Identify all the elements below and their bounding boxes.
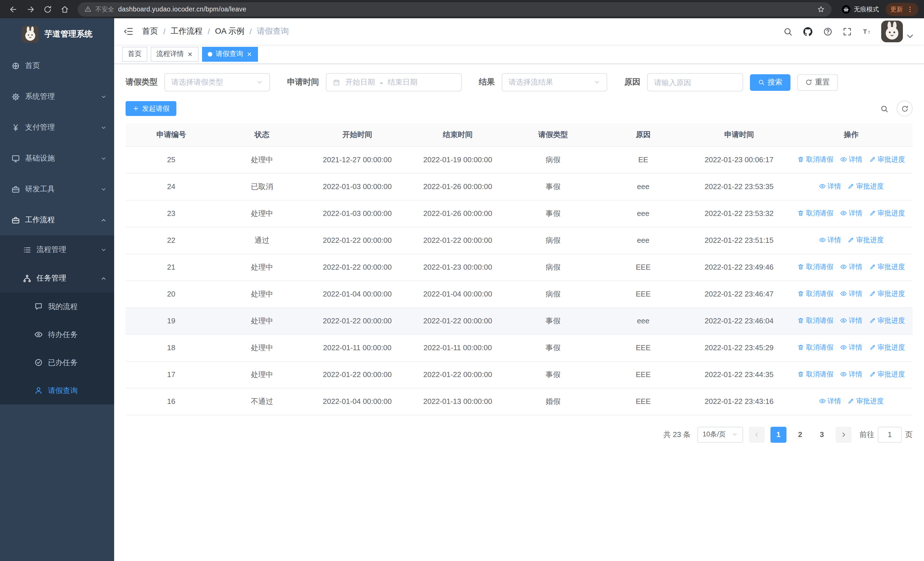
page-button-1[interactable]: 1 xyxy=(771,426,786,442)
apply-time-range-picker[interactable]: 开始日期 - 结束日期 xyxy=(326,73,462,92)
reset-button[interactable]: 重置 xyxy=(797,74,838,90)
browser-home-button[interactable] xyxy=(57,2,72,17)
detail-link[interactable]: 详情 xyxy=(840,316,862,326)
end-date-placeholder: 结束日期 xyxy=(388,77,417,87)
reason-input[interactable] xyxy=(648,74,742,91)
table-row[interactable]: 25 处理中 2021-12-27 00:00:00 2022-01-19 00… xyxy=(126,146,913,173)
browser-reload-button[interactable] xyxy=(40,2,55,17)
browser-back-button[interactable] xyxy=(6,2,21,17)
avatar[interactable] xyxy=(881,21,903,42)
cell-reason: EEE xyxy=(598,388,688,415)
sidebar-item-task-management[interactable]: 任务管理 xyxy=(0,264,114,292)
approval-progress-link[interactable]: 审批进度 xyxy=(869,343,905,352)
search-toggle-button[interactable] xyxy=(880,104,889,113)
detail-link[interactable]: 详情 xyxy=(819,182,841,191)
create-leave-button[interactable]: 发起请假 xyxy=(126,101,176,116)
page-size-select[interactable]: 10条/页 xyxy=(698,426,743,442)
detail-link[interactable]: 详情 xyxy=(840,262,862,272)
cell-actions: 取消请假 详情 审批进度 xyxy=(790,307,913,334)
sidebar-item-home[interactable]: 首页 xyxy=(0,50,114,81)
approval-progress-link[interactable]: 审批进度 xyxy=(848,397,884,406)
page-button-2[interactable]: 2 xyxy=(792,426,808,442)
approval-progress-link[interactable]: 审批进度 xyxy=(869,209,905,218)
sidebar-item-dev-tools[interactable]: 研发工具 xyxy=(0,174,114,205)
detail-link[interactable]: 详情 xyxy=(840,343,862,352)
cancel-leave-link[interactable]: 取消请假 xyxy=(798,289,834,299)
approval-progress-link[interactable]: 审批进度 xyxy=(869,262,905,272)
table-row[interactable]: 19 处理中 2022-01-22 00:00:00 2022-01-22 00… xyxy=(126,307,913,334)
table-row[interactable]: 16 不通过 2022-01-04 00:00:00 2022-01-13 00… xyxy=(126,388,913,415)
approval-progress-link[interactable]: 审批进度 xyxy=(869,289,905,299)
search-button[interactable]: 搜索 xyxy=(750,74,790,90)
table-row[interactable]: 20 处理中 2022-01-04 00:00:00 2022-01-04 00… xyxy=(126,281,913,307)
table-row[interactable]: 23 处理中 2022-01-03 00:00:00 2022-01-26 00… xyxy=(126,200,913,227)
sidebar-item-my-processes[interactable]: 我的流程 xyxy=(0,292,114,320)
cell-apply-id: 25 xyxy=(126,146,217,173)
page-button-3[interactable]: 3 xyxy=(814,426,830,442)
font-size-icon[interactable] xyxy=(862,27,872,36)
sidebar-toggle[interactable] xyxy=(123,26,134,36)
sidebar-item-label: 基础设施 xyxy=(25,153,55,163)
help-icon[interactable] xyxy=(823,27,832,36)
leave-type-select[interactable]: 请选择请假类型 xyxy=(164,73,270,92)
detail-link[interactable]: 详情 xyxy=(840,209,862,218)
tag-home[interactable]: 首页 xyxy=(122,47,147,62)
cancel-leave-link[interactable]: 取消请假 xyxy=(798,262,834,272)
github-icon[interactable] xyxy=(802,26,813,37)
eye-icon xyxy=(840,156,847,163)
table-row[interactable]: 21 处理中 2022-01-22 00:00:00 2022-01-23 00… xyxy=(126,254,913,281)
app-logo[interactable]: 芋道管理系统 xyxy=(0,18,114,50)
table-row[interactable]: 24 已取消 2022-01-03 00:00:00 2022-01-26 00… xyxy=(126,173,913,200)
browser-forward-button[interactable] xyxy=(23,2,38,17)
prev-page-button[interactable] xyxy=(749,426,765,442)
breadcrumb-item[interactable]: 首页 xyxy=(142,26,158,36)
sidebar-item-done-tasks[interactable]: 已办任务 xyxy=(0,349,114,376)
close-icon[interactable] xyxy=(246,51,252,57)
cancel-leave-link[interactable]: 取消请假 xyxy=(798,370,834,379)
table-row[interactable]: 22 通过 2022-01-22 00:00:00 2022-01-22 00:… xyxy=(126,227,913,254)
browser-menu-icon[interactable] xyxy=(906,5,914,13)
cell-start-time: 2022-01-11 00:00:00 xyxy=(307,334,408,361)
tag-leave-query[interactable]: 请假查询 xyxy=(202,47,258,62)
user-menu[interactable] xyxy=(881,21,915,42)
approval-progress-link[interactable]: 审批进度 xyxy=(869,155,905,164)
column-header: 操作 xyxy=(790,123,913,146)
sidebar-item-todo-tasks[interactable]: 待办任务 xyxy=(0,320,114,349)
breadcrumb-item[interactable]: 工作流程 xyxy=(171,26,202,36)
approval-progress-link[interactable]: 审批进度 xyxy=(848,235,884,245)
breadcrumb-item[interactable]: OA 示例 xyxy=(215,26,244,36)
address-bar[interactable]: 不安全 dashboard.yudao.iocoder.cn/bpm/oa/le… xyxy=(78,2,831,16)
cancel-leave-link[interactable]: 取消请假 xyxy=(798,343,834,352)
sidebar-item-payment-management[interactable]: 支付管理 xyxy=(0,112,114,143)
fullscreen-icon[interactable] xyxy=(842,27,852,36)
tag-label: 流程详情 xyxy=(156,49,184,59)
sidebar-item-workflow[interactable]: 工作流程 xyxy=(0,205,114,235)
bookmark-star-icon[interactable] xyxy=(817,5,825,13)
close-icon[interactable] xyxy=(187,51,193,57)
incognito-label: 无痕模式 xyxy=(854,5,879,14)
approval-progress-link[interactable]: 审批进度 xyxy=(848,182,884,191)
refresh-table-button[interactable] xyxy=(897,101,913,117)
goto-page-input[interactable] xyxy=(878,426,902,442)
cancel-leave-link[interactable]: 取消请假 xyxy=(798,155,834,164)
browser-update-button[interactable]: 更新 xyxy=(886,3,918,16)
search-icon[interactable] xyxy=(783,27,793,36)
result-select[interactable]: 请选择流结果 xyxy=(502,73,607,92)
detail-link[interactable]: 详情 xyxy=(819,235,841,245)
cancel-leave-link[interactable]: 取消请假 xyxy=(798,316,834,326)
table-row[interactable]: 17 处理中 2022-01-22 00:00:00 2022-01-22 00… xyxy=(126,361,913,388)
tag-process-detail[interactable]: 流程详情 xyxy=(151,47,199,62)
approval-progress-link[interactable]: 审批进度 xyxy=(869,316,905,326)
table-row[interactable]: 18 处理中 2022-01-11 00:00:00 2022-01-11 00… xyxy=(126,334,913,361)
detail-link[interactable]: 详情 xyxy=(840,370,862,379)
sidebar-item-leave-query[interactable]: 请假查询 xyxy=(0,376,114,405)
sidebar-item-infrastructure[interactable]: 基础设施 xyxy=(0,143,114,174)
next-page-button[interactable] xyxy=(836,426,852,442)
detail-link[interactable]: 详情 xyxy=(819,397,841,406)
detail-link[interactable]: 详情 xyxy=(840,155,862,164)
cancel-leave-link[interactable]: 取消请假 xyxy=(798,209,834,218)
approval-progress-link[interactable]: 审批进度 xyxy=(869,370,905,379)
detail-link[interactable]: 详情 xyxy=(840,289,862,299)
sidebar-item-system-management[interactable]: 系统管理 xyxy=(0,81,114,112)
sidebar-item-process-management[interactable]: 流程管理 xyxy=(0,235,114,264)
